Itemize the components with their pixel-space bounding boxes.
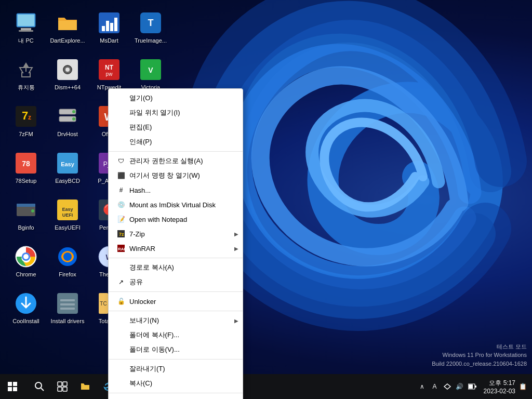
svg-text:Easy: Easy [62, 207, 73, 212]
tray-keyboard[interactable]: A [430, 381, 440, 392]
menu-item-open-location[interactable]: 파일 위치 열기(I) [109, 105, 243, 120]
menu-item-shortcut[interactable]: 바로 가기 만들기(S) [109, 395, 243, 399]
icon-label-recyclebin: 휴지통 [18, 84, 35, 91]
desktop-icon-firefox[interactable]: Firefox [47, 239, 88, 283]
icon-label-easyuefi: EasyUEFI [55, 224, 81, 231]
desktop-icon-bginfo[interactable]: Bginfo [5, 192, 47, 236]
menu-item-cut[interactable]: 잘라내기(T) [109, 362, 243, 376]
menu-item-edit[interactable]: 편집(E) [109, 120, 243, 135]
icon-image-chrome [14, 244, 38, 269]
menu-item-move-folder[interactable]: 폴더로 이동(V)... [109, 342, 243, 357]
menu-icon-open [117, 94, 125, 102]
menu-icon-copy [117, 379, 125, 388]
menu-item-unlocker[interactable]: 🔓Unlocker [109, 294, 243, 309]
menu-separator-sep6 [109, 393, 243, 393]
watermark: 테스트 모드 Windows 11 Pro for Workstations B… [432, 342, 527, 368]
menu-icon-sendto [117, 316, 125, 325]
icon-label-dismpp: Dism++64 [55, 84, 81, 91]
menu-item-share[interactable]: ↗공유 [109, 275, 243, 289]
desktop: 내 PC DartExplore... MsDart T TrueImage..… [0, 0, 532, 399]
svg-rect-71 [63, 387, 67, 391]
time-display: 오후 5:17 [489, 379, 515, 388]
menu-label-cut: 잘라내기(T) [129, 364, 165, 374]
menu-icon-notepad: 📝 [117, 215, 125, 223]
taskbar-btn-taskview[interactable] [52, 376, 73, 397]
menu-item-7zip[interactable]: 7z7-Zip [109, 227, 243, 241]
desktop-icon-chrome[interactable]: Chrome [5, 239, 47, 283]
desktop-icon-installdrivers[interactable]: Install drivers [47, 286, 88, 330]
menu-label-run-admin: 관리자 권한으로 실행(A) [129, 156, 203, 166]
icon-image-bginfo [14, 197, 38, 222]
menu-item-hash[interactable]: #Hash... [109, 183, 243, 197]
notification-button[interactable]: 📋 [517, 381, 528, 392]
svg-text:RAR: RAR [118, 247, 125, 251]
tray-network[interactable] [442, 381, 453, 392]
icon-image-firefox [55, 244, 80, 269]
svg-point-25 [72, 110, 75, 113]
svg-point-14 [65, 68, 70, 72]
desktop-icon-drvhost[interactable]: DrvHost [47, 99, 88, 143]
desktop-icon-mypc[interactable]: 내 PC [5, 5, 47, 49]
svg-point-45 [23, 254, 29, 259]
taskbar-btn-explorer[interactable] [75, 376, 96, 397]
menu-item-print[interactable]: 인쇄(P) [109, 135, 243, 149]
icon-image-recyclebin [14, 57, 38, 82]
menu-item-winrar[interactable]: RARWinRAR [109, 241, 243, 256]
menu-item-open-cmd[interactable]: ⬛여기서 명령 창 열기(W) [109, 168, 243, 183]
svg-rect-53 [60, 303, 75, 305]
icon-label-chrome: Chrome [16, 271, 36, 278]
desktop-icon-easyuefi[interactable]: EasyUEFI EasyUEFI [47, 192, 88, 236]
menu-item-notepad[interactable]: 📝Open with Notepad [109, 212, 243, 227]
menu-icon-print [117, 138, 125, 146]
icon-image-dartexplorer [55, 10, 80, 35]
icon-label-installdrivers: Install drivers [51, 318, 85, 325]
menu-separator-sep5 [109, 359, 243, 360]
svg-point-66 [35, 382, 42, 389]
start-button[interactable] [0, 374, 25, 399]
desktop-icon-dartexplorer[interactable]: DartExplore... [47, 5, 88, 49]
icon-label-firefox: Firefox [59, 271, 76, 278]
desktop-icon-msdart[interactable]: MsDart [88, 5, 130, 49]
tray-volume[interactable]: 🔊 [455, 381, 465, 392]
desktop-icon-7zfm[interactable]: 7z 7zFM [5, 99, 47, 143]
svg-rect-8 [110, 23, 113, 31]
desktop-icon-coolinstall[interactable]: CoolInstall [5, 286, 47, 330]
menu-icon-open-location [117, 109, 125, 117]
svg-rect-78 [475, 385, 476, 388]
svg-point-26 [72, 117, 75, 121]
date-display: 2023-02-03 [484, 388, 515, 395]
menu-icon-cut [117, 365, 125, 373]
desktop-icon-dismpp[interactable]: Dism++64 [47, 52, 88, 96]
icon-image-victoria: V [138, 57, 163, 82]
svg-rect-70 [58, 387, 62, 391]
icon-image-ntpwedit: NTpw [97, 57, 122, 82]
icon-image-7zfm: 7z [14, 104, 38, 129]
desktop-icon-easybcd[interactable]: Easy EasyBCD [47, 145, 88, 190]
tray-battery[interactable] [467, 381, 477, 392]
icon-label-coolinstall: CoolInstall [12, 318, 39, 325]
menu-item-copy-folder[interactable]: 폴더에 복사(F)... [109, 328, 243, 342]
menu-label-edit: 편집(E) [129, 123, 152, 132]
menu-item-sendto[interactable]: 보내기(N) [109, 313, 243, 328]
svg-rect-63 [13, 382, 17, 386]
menu-item-run-admin[interactable]: 🛡관리자 권한으로 실행(A) [109, 154, 243, 168]
menu-item-imdisk[interactable]: 💿Mount as ImDisk Virtual Disk [109, 197, 243, 212]
svg-text:UEFI: UEFI [62, 212, 73, 218]
system-time[interactable]: 오후 5:17 2023-02-03 [484, 379, 515, 395]
desktop-icon-78setup[interactable]: 78 78Setup [5, 145, 47, 190]
menu-label-share: 공유 [129, 277, 143, 287]
menu-label-open-cmd: 여기서 명령 창 열기(W) [129, 171, 200, 180]
svg-rect-65 [13, 387, 17, 391]
menu-item-copy-path[interactable]: 경로로 복사(A) [109, 260, 243, 275]
menu-item-open[interactable]: 열기(O) [109, 91, 243, 105]
menu-label-copy-folder: 폴더에 복사(F)... [129, 330, 179, 340]
desktop-icon-recyclebin[interactable]: 휴지통 [5, 52, 47, 96]
svg-text:TC: TC [100, 301, 107, 307]
desktop-icon-trueimage[interactable]: T TrueImage... [130, 5, 171, 49]
menu-item-copy[interactable]: 복사(C) [109, 376, 243, 391]
taskbar-btn-search[interactable] [29, 376, 50, 397]
menu-separator-sep3 [109, 291, 243, 292]
svg-rect-3 [19, 30, 33, 32]
tray-chevron[interactable]: ∧ [417, 381, 428, 392]
icon-image-dismpp [55, 57, 80, 82]
